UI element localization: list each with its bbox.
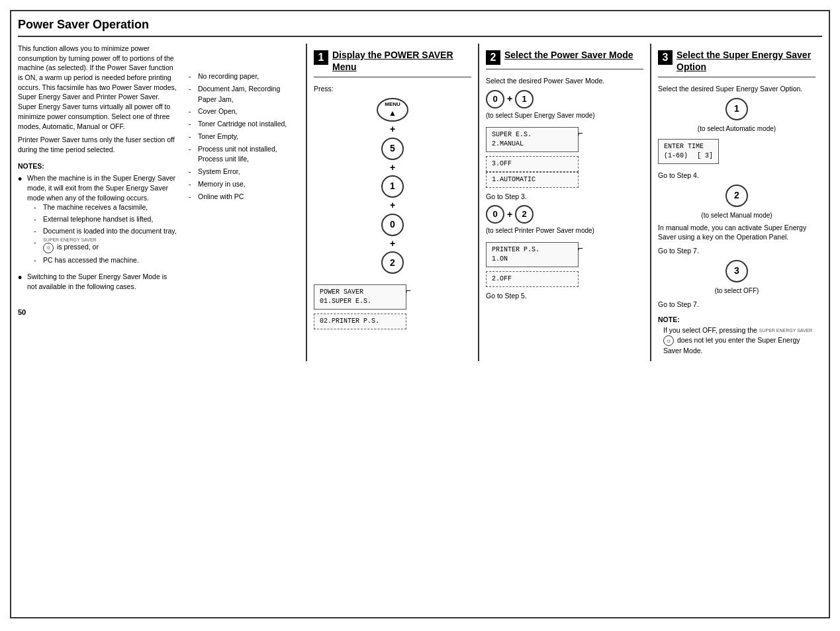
step1-number: 1 — [314, 50, 328, 65]
go-step4: Go to Step 4. — [658, 171, 816, 181]
sub-item-facsimile: - The machine receives a facsimile, — [34, 202, 177, 212]
lcd3-line2: 1.ON — [492, 255, 573, 264]
option3-label: (to select OFF) — [658, 286, 816, 296]
sub-item-telephone: - External telephone handset is lifted, — [34, 214, 177, 224]
combo2-btn2[interactable]: 2 — [515, 205, 534, 224]
lcd3-main: PRINTER P.S. 1.ON ⌐ — [486, 242, 579, 267]
title-bar: Power Saver Operation — [18, 18, 822, 37]
bullet-1-symbol: • — [18, 173, 26, 267]
lcd3-tick: ⌐ — [578, 243, 583, 256]
step2-column: 2 Select the Power Saver Mode Select the… — [478, 44, 650, 361]
step3-super-energy-icon: ☼ — [663, 335, 675, 346]
enter-time-label: ENTER TIME — [664, 142, 713, 151]
button-5[interactable]: 5 — [381, 138, 404, 160]
intro-text-2: Printer Power Saver turns only the fuser… — [18, 135, 177, 154]
step3-note-title: NOTE: — [658, 315, 816, 325]
step3-title: Select the Super Energy Saver Option — [677, 49, 816, 73]
case-toner-empty: - Toner Empty, — [189, 132, 301, 142]
bullet-item-1: • When the machine is in the Super Energ… — [18, 173, 177, 267]
super-energy-icon-inline: ☼ — [43, 243, 55, 253]
page: Power Saver Operation This function allo… — [0, 0, 840, 631]
step1-press-label: Press: — [314, 84, 471, 94]
lcd-group-1: POWER SAVER 01.SUPER E.S. ⌐ 02.PRINTER P… — [314, 280, 471, 329]
lcd2-tick: ⌐ — [578, 128, 583, 141]
step3-header: 3 Select the Super Energy Saver Option — [658, 49, 816, 77]
note-text: If you select OFF, pressing the — [663, 326, 757, 334]
go-step7a: Go to Step 7. — [658, 246, 816, 256]
lcd3-dashed: 2.OFF — [486, 271, 579, 287]
bullet-2-symbol: • — [18, 272, 26, 291]
bullet-1-text: When the machine is in the Super Energy … — [27, 173, 177, 267]
outer-border: Power Saver Operation This function allo… — [10, 10, 830, 618]
lcd-line2: 01.SUPER E.S. — [320, 297, 400, 306]
step1-header: 1 Display the POWER SAVER Menu — [314, 49, 471, 77]
bullet-2-text: Switching to the Super Energy Saver Mode… — [27, 272, 177, 291]
main-content: This function allows you to minimize pow… — [18, 44, 822, 361]
option2-label: (to select Manual mode) — [658, 211, 816, 220]
case-process-unit: - Process unit not installed, Process un… — [189, 144, 301, 165]
lcd3-line1: PRINTER P.S. — [492, 245, 573, 255]
note-icon-label: does not let you enter the Super Energy … — [663, 336, 800, 355]
button-2[interactable]: 2 — [381, 251, 404, 274]
sub-list-1: - The machine receives a facsimile, - Ex… — [34, 202, 177, 265]
step3-desc1: Select the desired Super Energy Saver Op… — [658, 84, 816, 94]
plus-4: + — [390, 237, 395, 251]
sub-item-pc: - PC has accessed the machine. — [34, 255, 177, 265]
lcd2-dashed2: 1.AUTOMATIC — [486, 172, 579, 188]
combo2-label: (to select Printer Power Saver mode) — [486, 226, 643, 235]
step1-title: Display the POWER SAVER Menu — [332, 49, 471, 73]
bullet-item-2: • Switching to the Super Energy Saver Mo… — [18, 272, 177, 291]
case-doc-jam: - Document Jam, Recording Paper Jam, — [189, 84, 301, 105]
manual-desc: In manual mode, you can activate Super E… — [658, 223, 816, 242]
lcd2-line1: SUPER E.S. — [492, 130, 573, 140]
go-step3: Go to Step 3. — [486, 192, 643, 202]
combo2-btn0[interactable]: 0 — [486, 205, 504, 224]
case-cover-open: - Cover Open, — [189, 106, 301, 117]
option1-label: (to select Automatic mode) — [658, 124, 816, 134]
lcd-main: POWER SAVER 01.SUPER E.S. ⌐ — [314, 284, 406, 310]
left-description-column: This function allows you to minimize pow… — [18, 44, 183, 361]
option1-circle[interactable]: 1 — [725, 98, 748, 120]
button-0[interactable]: 0 — [381, 214, 404, 236]
enter-time-value: [ 3] — [697, 152, 713, 159]
lcd-dashed: 02.PRINTER P.S. — [314, 314, 406, 329]
lcd-tick: ⌐ — [406, 285, 411, 298]
sub-item-document: - Document is loaded into the document t… — [34, 226, 177, 236]
intro-text: This function allows you to minimize pow… — [18, 44, 177, 131]
cases-list-column: - No recording paper, - Document Jam, Re… — [183, 44, 306, 361]
step2-combo2: 0 + 2 — [486, 205, 643, 224]
lcd2-line2: 2.MANUAL — [492, 140, 573, 149]
case-online-pc: - Online with PC — [189, 192, 301, 202]
button-1[interactable]: 1 — [381, 175, 404, 198]
combo1-label: (to select Super Energy Saver mode) — [486, 111, 643, 120]
step3-column: 3 Select the Super Energy Saver Option S… — [650, 44, 822, 361]
sub-item-pressed: - SUPER ENERGY SAVER ☼ is pressed, or — [34, 237, 177, 253]
go-step7b: Go to Step 7. — [658, 300, 816, 310]
case-toner-cart: - Toner Cartridge not installed, — [189, 119, 301, 130]
lcd-group-3: PRINTER P.S. 1.ON ⌐ 2.OFF — [486, 238, 643, 287]
menu-button[interactable]: MENU ▲ — [377, 98, 408, 122]
step2-header: 2 Select the Power Saver Mode — [486, 49, 643, 69]
step3-option3-circle-wrapper: 3 — [658, 260, 816, 282]
case-system-error: - System Error, — [189, 167, 301, 177]
step2-number: 2 — [486, 50, 500, 65]
step2-title: Select the Power Saver Mode — [504, 49, 633, 61]
page-number: 50 — [18, 294, 177, 317]
lcd2-main: SUPER E.S. 2.MANUAL ⌐ — [486, 127, 579, 152]
combo1-btn0[interactable]: 0 — [486, 90, 504, 108]
option2-circle[interactable]: 2 — [725, 185, 748, 207]
enter-time-range: (1-60) — [664, 152, 688, 159]
plus-1: + — [390, 123, 395, 136]
lcd2-dashed1: 3.OFF — [486, 156, 579, 172]
case-memory: - Memory in use, — [189, 179, 301, 190]
step2-combo1: 0 + 1 — [486, 90, 643, 108]
combo1-btn1[interactable]: 1 — [515, 90, 534, 108]
option3-circle[interactable]: 3 — [725, 260, 748, 282]
step1-buttons: MENU ▲ + 5 + 1 + 0 + 2 — [314, 98, 471, 274]
enter-time-box: ENTER TIME (1-60) [ 3] — [658, 139, 719, 164]
step3-option2-circle-wrapper: 2 — [658, 185, 816, 207]
go-step5: Go to Step 5. — [486, 291, 643, 301]
notes-title: NOTES: — [18, 161, 177, 171]
step3-note-body: If you select OFF, pressing the SUPER EN… — [663, 325, 816, 356]
step1-column: 1 Display the POWER SAVER Menu Press: ME… — [306, 44, 478, 361]
